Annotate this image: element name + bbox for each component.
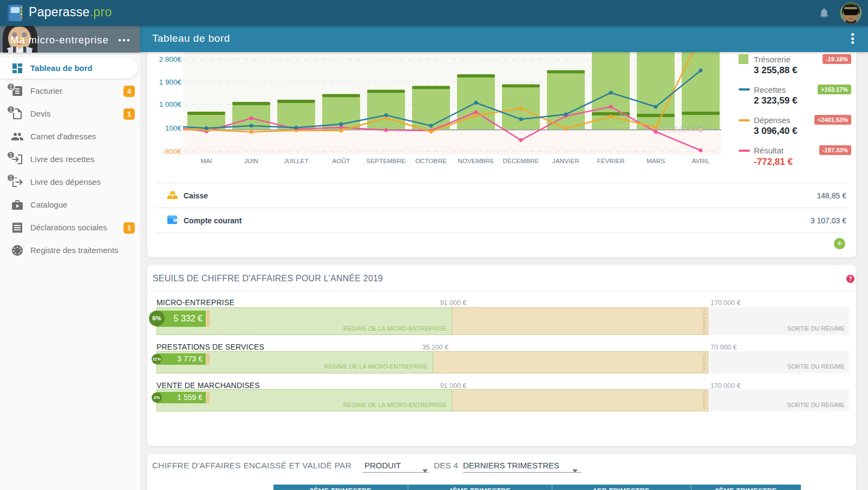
svg-text:MAI: MAI (201, 157, 212, 165)
svg-text:100€: 100€ (165, 124, 182, 132)
svg-text:2 800€: 2 800€ (159, 55, 182, 63)
svg-text:1 000€: 1 000€ (159, 100, 182, 108)
svg-text:OCTOBRE: OCTOBRE (415, 157, 447, 165)
svg-text:1 900€: 1 900€ (159, 78, 182, 86)
svg-text:DÉCEMBRE: DÉCEMBRE (503, 157, 539, 165)
svg-text:-800€: -800€ (162, 147, 181, 156)
svg-text:JUILLET: JUILLET (284, 157, 309, 165)
svg-text:FÉVRIER: FÉVRIER (597, 157, 624, 165)
svg-text:JANVIER: JANVIER (552, 157, 579, 165)
svg-text:MARS: MARS (647, 157, 665, 165)
svg-text:SEPTEMBRE: SEPTEMBRE (367, 157, 406, 165)
svg-text:NOVEMBRE: NOVEMBRE (458, 157, 494, 165)
svg-text:AVRIL: AVRIL (691, 157, 710, 165)
svg-text:JUIN: JUIN (244, 157, 258, 165)
svg-text:AOÛT: AOÛT (332, 157, 350, 165)
